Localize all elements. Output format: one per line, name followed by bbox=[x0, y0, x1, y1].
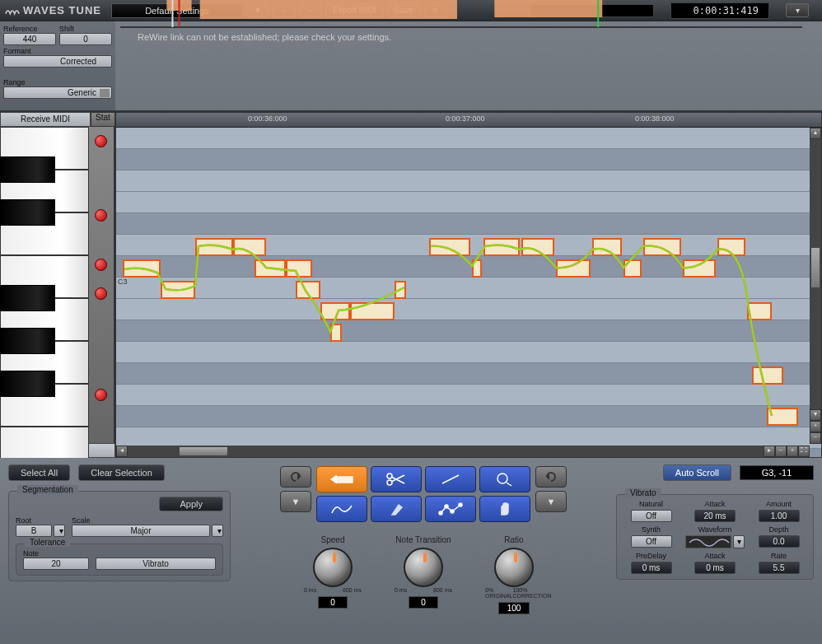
vibrato-amount-input[interactable]: 1.00 bbox=[759, 510, 800, 522]
transition-value[interactable]: 0 bbox=[409, 596, 438, 609]
piano-keyboard[interactable] bbox=[0, 127, 89, 443]
zoom-in-v-button[interactable]: + bbox=[810, 421, 821, 432]
editor-scroll-vertical[interactable]: ▴ ▾ + − bbox=[810, 128, 821, 444]
scale-dropdown-button[interactable]: ▾ bbox=[212, 525, 223, 537]
svg-point-7 bbox=[387, 480, 392, 485]
note-block[interactable] bbox=[350, 302, 395, 320]
svg-rect-2 bbox=[494, 0, 602, 17]
timeline-ruler[interactable]: 0:00:36:000 0:00:37:000 0:00:38:000 bbox=[116, 113, 821, 128]
tool-cut[interactable] bbox=[371, 466, 422, 492]
vibrato-predelay-input[interactable]: 0 ms bbox=[631, 562, 672, 574]
ratio-knob[interactable] bbox=[494, 548, 534, 587]
note-block[interactable] bbox=[556, 259, 591, 278]
zoom-out-h-button[interactable]: − bbox=[775, 446, 787, 457]
shift-input[interactable]: 0 bbox=[59, 33, 112, 45]
note-block[interactable] bbox=[592, 238, 622, 256]
tool-line[interactable] bbox=[425, 466, 476, 492]
tool-zoom[interactable] bbox=[479, 466, 530, 492]
note-disable-button[interactable] bbox=[95, 287, 107, 300]
auto-scroll-button[interactable]: Auto Scroll bbox=[663, 464, 731, 481]
note-block[interactable] bbox=[683, 259, 716, 278]
scroll-up-button[interactable]: ▴ bbox=[810, 128, 821, 139]
range-select[interactable]: Generic bbox=[3, 86, 112, 99]
vibrato-rate-input[interactable]: 5.5 bbox=[759, 562, 800, 574]
note-block[interactable] bbox=[429, 238, 470, 256]
redo-button[interactable] bbox=[535, 466, 567, 488]
vibrato-attack2-input[interactable]: 0 ms bbox=[694, 562, 736, 574]
note-disable-button[interactable] bbox=[95, 209, 107, 222]
zoom-in-h-button[interactable]: + bbox=[787, 446, 798, 457]
speed-value[interactable]: 0 bbox=[318, 596, 348, 609]
ratio-value[interactable]: 100 bbox=[498, 602, 530, 614]
pitch-editor[interactable]: 0:00:36:000 0:00:37:000 0:00:38:000 C3 bbox=[115, 112, 822, 458]
transition-knob[interactable] bbox=[404, 548, 443, 587]
stat-button[interactable]: Stat bbox=[91, 112, 115, 127]
tolerance-note-input[interactable]: 20 bbox=[23, 558, 89, 570]
note-block[interactable] bbox=[521, 238, 554, 256]
app-title: WAVES TUNE bbox=[23, 4, 101, 16]
zoom-out-v-button[interactable]: − bbox=[810, 432, 821, 444]
scale-select[interactable]: Major bbox=[72, 525, 210, 537]
ratio-label: Ratio bbox=[504, 535, 523, 544]
tool-glue[interactable] bbox=[371, 496, 422, 522]
tool-navigate[interactable] bbox=[316, 466, 367, 492]
rewire-warning: ReWire link can not be established; plea… bbox=[138, 32, 391, 42]
dropdown-right-button[interactable]: ▼ bbox=[535, 491, 567, 512]
note-block[interactable] bbox=[395, 281, 406, 299]
vibrato-attack1-input[interactable]: 20 ms bbox=[694, 510, 736, 522]
note-block[interactable] bbox=[161, 281, 195, 299]
vibrato-waveform-select[interactable] bbox=[685, 535, 731, 548]
note-block[interactable] bbox=[296, 281, 320, 299]
note-block[interactable] bbox=[123, 259, 161, 278]
svg-point-11 bbox=[445, 505, 448, 508]
reference-input[interactable]: 440 bbox=[3, 33, 56, 45]
vibrato-tolerance-button[interactable]: Vibrato bbox=[96, 558, 216, 570]
note-block[interactable] bbox=[255, 259, 286, 278]
root-select[interactable]: B bbox=[16, 525, 52, 537]
select-all-button[interactable]: Select All bbox=[8, 464, 70, 481]
note-block[interactable] bbox=[233, 238, 266, 256]
apply-button[interactable]: Apply bbox=[159, 497, 223, 511]
note-block[interactable] bbox=[330, 324, 342, 342]
note-disable-button[interactable] bbox=[95, 389, 107, 401]
tool-grid bbox=[316, 466, 530, 522]
note-block[interactable] bbox=[767, 408, 798, 426]
zoom-fit-button[interactable]: ⛶ bbox=[798, 446, 810, 457]
dropdown-left-button[interactable]: ▼ bbox=[280, 491, 311, 512]
clear-selection-button[interactable]: Clear Selection bbox=[78, 464, 165, 481]
note-block[interactable] bbox=[624, 259, 642, 278]
speed-knob[interactable] bbox=[313, 548, 353, 587]
correction-knobs: Speed 0 ms800 ms 0 Note Transition 0 ms8… bbox=[304, 535, 543, 614]
note-block[interactable] bbox=[747, 302, 772, 320]
vibrato-depth-input[interactable]: 0.0 bbox=[759, 535, 800, 548]
tool-curve[interactable] bbox=[316, 496, 367, 522]
scroll-down-button[interactable]: ▾ bbox=[810, 409, 821, 421]
segmentation-panel: Segmentation Apply Root B ▾ Scale Major … bbox=[8, 491, 231, 634]
receive-midi-button[interactable]: Receive MIDI bbox=[0, 112, 91, 127]
note-block[interactable] bbox=[286, 259, 312, 278]
tool-hand[interactable] bbox=[479, 496, 530, 522]
note-block[interactable] bbox=[752, 366, 783, 385]
note-block[interactable] bbox=[643, 238, 681, 256]
note-disable-button[interactable] bbox=[95, 259, 107, 271]
note-disable-button[interactable] bbox=[95, 135, 107, 147]
transition-label: Note Transition bbox=[395, 535, 451, 544]
note-block[interactable] bbox=[472, 259, 482, 278]
scroll-right-button[interactable]: ▸ bbox=[764, 446, 775, 457]
tool-segment[interactable] bbox=[425, 496, 476, 522]
formant-select[interactable]: Corrected bbox=[3, 55, 112, 68]
editor-scroll-horizontal[interactable]: ◂ ▸ − + ⛶ bbox=[116, 446, 810, 457]
vibrato-natural-toggle[interactable]: Off bbox=[631, 510, 672, 522]
scroll-left-button[interactable]: ◂ bbox=[116, 446, 128, 457]
root-dropdown-button[interactable]: ▾ bbox=[54, 525, 65, 537]
overview-waveform[interactable]: ReWire link can not be established; plea… bbox=[120, 26, 802, 28]
pitch-grid[interactable]: C3 bbox=[116, 128, 821, 457]
undo-button[interactable] bbox=[280, 466, 311, 488]
note-block[interactable] bbox=[195, 238, 233, 256]
note-block[interactable] bbox=[483, 238, 520, 256]
vibrato-synth-toggle[interactable]: Off bbox=[631, 535, 672, 548]
note-block[interactable] bbox=[320, 302, 350, 320]
waveform-icon bbox=[121, 0, 801, 27]
note-block[interactable] bbox=[717, 238, 745, 256]
waveform-dropdown-button[interactable]: ▾ bbox=[733, 535, 745, 548]
